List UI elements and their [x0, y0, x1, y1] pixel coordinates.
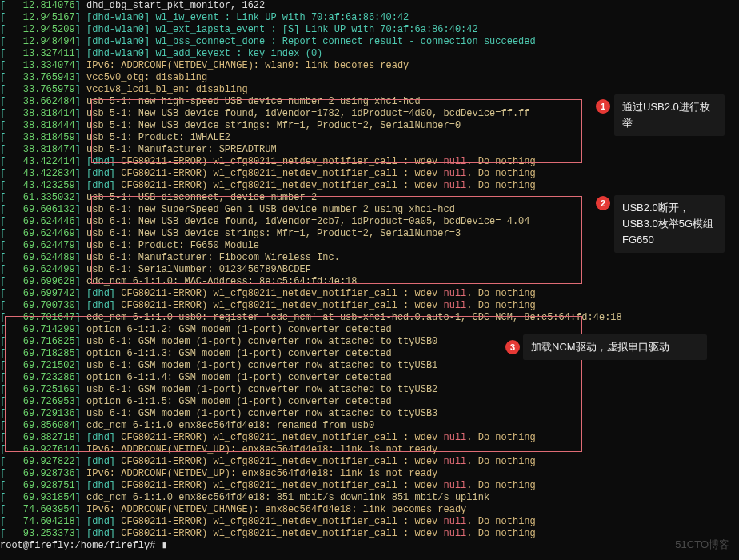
log-line: [ 69.725169] usb 6-1: GSM modem (1-port)…: [0, 384, 592, 396]
log-line: [ 38.818474] usb 5-1: Manufacturer: SPRE…: [0, 144, 592, 156]
log-line: [ 69.927614] IPv6: ADDRCONF(NETDEV_UP): …: [0, 444, 592, 456]
log-line: [ 74.603954] IPv6: ADDRCONF(NETDEV_CHANG…: [0, 504, 592, 516]
log-line: [ 74.604218] [dhd] CFG80211-ERROR) wl_cf…: [0, 516, 592, 528]
log-line: [ 38.818444] usb 5-1: New USB device str…: [0, 120, 592, 132]
log-line: [ 38.662484] usb 5-1: new high-speed USB…: [0, 96, 592, 108]
log-line: [ 69.927822] [dhd] CFG80211-ERROR) wl_cf…: [0, 456, 592, 468]
log-line: [ 43.422834] [dhd] CFG80211-ERROR) wl_cf…: [0, 168, 592, 180]
log-line: [ 33.765979] vcc1v8_lcd1_bl_en: disablin…: [0, 84, 592, 96]
log-line: [ 12.814076] dhd_dbg_start_pkt_monitor, …: [0, 0, 592, 12]
log-line: [ 12.948494] [dhd-wlan0] wl_bss_connect_…: [0, 36, 592, 48]
log-line: [ 69.700730] [dhd] CFG80211-ERROR) wl_cf…: [0, 300, 592, 312]
annotation-callout-2: USB2.0断开，USB3.0枚举5G模组FG650: [614, 195, 725, 253]
log-line: [ 12.945209] [dhd-wlan0] wl_ext_iapsta_e…: [0, 24, 592, 36]
log-line: [ 69.729136] usb 6-1: GSM modem (1-port)…: [0, 408, 592, 420]
log-line: [ 69.931854] cdc_ncm 6-1:1.0 enx8ec564fd…: [0, 492, 592, 504]
log-line: [ 69.714299] option 6-1:1.2: GSM modem (…: [0, 324, 592, 336]
annotation-badge-3: 3: [505, 340, 520, 354]
log-line: [ 12.945167] [dhd-wlan0] wl_iw_event : L…: [0, 12, 592, 24]
log-line: [ 69.624446] usb 6-1: New USB device fou…: [0, 216, 592, 228]
log-line: [ 69.701647] cdc_ncm 6-1:1.0 usb0: regis…: [0, 312, 592, 324]
log-line: [ 69.723286] option 6-1:1.4: GSM modem (…: [0, 372, 592, 384]
log-line: [ 33.765943] vcc5v0_otg: disabling: [0, 72, 592, 84]
log-line: [ 43.422414] [dhd] CFG80211-ERROR) wl_cf…: [0, 156, 592, 168]
watermark: 51CTO博客: [675, 538, 729, 550]
log-line: [ 13.327411] [dhd-wlan0] wl_add_keyext :…: [0, 48, 592, 60]
log-line: [ 69.716825] usb 6-1: GSM modem (1-port)…: [0, 336, 592, 348]
log-line: [ 69.928736] IPv6: ADDRCONF(NETDEV_UP): …: [0, 468, 592, 480]
annotation-callout-1: 通过USB2.0进行枚举: [614, 94, 725, 136]
log-line: [ 69.606132] usb 6-1: new SuperSpeed Gen…: [0, 204, 592, 216]
log-line: [ 13.334074] IPv6: ADDRCONF(NETDEV_CHANG…: [0, 60, 592, 72]
log-line: [ 69.928751] [dhd] CFG80211-ERROR) wl_cf…: [0, 480, 592, 492]
log-line: [ 69.699742] [dhd] CFG80211-ERROR) wl_cf…: [0, 288, 592, 300]
shell-prompt[interactable]: root@firefly:/home/firefly# ▮: [0, 540, 592, 552]
log-line: [ 61.335032] usb 5-1: USB disconnect, de…: [0, 192, 592, 204]
log-line: [ 69.699628] cdc_ncm 6-1:1.0: MAC-Addres…: [0, 276, 592, 288]
log-line: [ 69.882718] [dhd] CFG80211-ERROR) wl_cf…: [0, 432, 592, 444]
annotation-badge-2: 2: [596, 196, 610, 210]
log-line: [ 69.718285] option 6-1:1.3: GSM modem (…: [0, 348, 592, 360]
log-line: [ 69.726953] option 6-1:1.5: GSM modem (…: [0, 396, 592, 408]
log-line: [ 38.818414] usb 5-1: New USB device fou…: [0, 108, 592, 120]
annotation-badge-1: 1: [596, 99, 610, 114]
terminal-output[interactable]: [ 12.814076] dhd_dbg_start_pkt_monitor, …: [0, 0, 592, 560]
log-line: [ 69.856084] cdc_ncm 6-1:1.0 enx8ec564fd…: [0, 420, 592, 432]
log-line: [ 69.624499] usb 6-1: SerialNumber: 0123…: [0, 264, 592, 276]
annotation-callout-3: 加载NCM驱动，虚拟串口驱动: [523, 334, 707, 360]
log-line: [ 93.253373] [dhd] CFG80211-ERROR) wl_cf…: [0, 528, 592, 540]
log-line: [ 69.624489] usb 6-1: Manufacturer: Fibo…: [0, 252, 592, 264]
log-line: [ 38.818459] usb 5-1: Product: iWHALE2: [0, 132, 592, 144]
log-line: [ 69.624479] usb 6-1: Product: FG650 Mod…: [0, 240, 592, 252]
log-line: [ 69.721502] usb 6-1: GSM modem (1-port)…: [0, 360, 592, 372]
log-line: [ 43.423259] [dhd] CFG80211-ERROR) wl_cf…: [0, 180, 592, 192]
log-line: [ 69.624469] usb 6-1: New USB device str…: [0, 228, 592, 240]
